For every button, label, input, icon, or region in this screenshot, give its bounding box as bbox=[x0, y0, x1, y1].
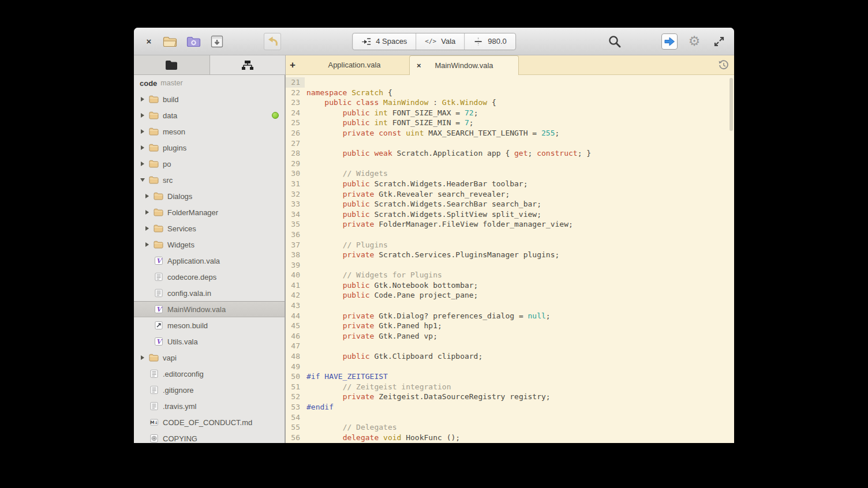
window-close-button[interactable]: × bbox=[142, 35, 156, 48]
code-line-45: 45 private Gtk.Paned hp1; bbox=[286, 321, 734, 331]
line-content[interactable]: private FolderManager.FileView folder_ma… bbox=[305, 219, 573, 230]
chevron-right-icon[interactable] bbox=[145, 194, 149, 198]
line-content[interactable]: private Scratch.Services.PluginsManager … bbox=[305, 250, 559, 260]
save-as-button[interactable] bbox=[209, 33, 225, 50]
line-content[interactable]: delegate void HookFunc (); bbox=[305, 433, 460, 443]
line-number: 53 bbox=[286, 402, 305, 412]
line-content[interactable]: public Scratch.Widgets.HeaderBar toolbar… bbox=[305, 179, 528, 189]
line-content[interactable] bbox=[305, 159, 306, 169]
line-content[interactable]: private Gtk.Paned hp1; bbox=[305, 321, 442, 331]
tree-item-build[interactable]: build bbox=[134, 91, 285, 107]
line-content[interactable]: public Scratch.Widgets.SearchBar search_… bbox=[305, 199, 541, 209]
chevron-right-icon[interactable] bbox=[141, 145, 144, 150]
line-content[interactable]: private Gtk.Revealer search_revealer; bbox=[305, 189, 510, 200]
line-content[interactable]: #endif bbox=[305, 402, 334, 412]
line-content[interactable]: public Code.Pane project_pane; bbox=[305, 290, 478, 301]
tree-item-meson[interactable]: meson bbox=[134, 123, 285, 140]
code-editor[interactable]: 202122namespace Scratch {23 public class… bbox=[286, 75, 734, 443]
line-content[interactable] bbox=[305, 77, 306, 88]
line-content[interactable]: // Widgets bbox=[305, 168, 388, 179]
chevron-right-icon[interactable] bbox=[141, 129, 144, 134]
line-content[interactable] bbox=[305, 230, 306, 240]
code-line-27: 27 bbox=[286, 138, 734, 149]
tree-item--gitignore[interactable]: .gitignore bbox=[134, 382, 285, 398]
line-content[interactable] bbox=[305, 138, 306, 149]
line-content[interactable] bbox=[305, 341, 306, 351]
tree-item--travis-yml[interactable]: .travis.yml bbox=[134, 398, 285, 414]
open-in-button[interactable] bbox=[661, 33, 678, 50]
main-area: code master builddatamesonpluginsposrcDi… bbox=[134, 75, 734, 443]
chevron-down-icon[interactable] bbox=[140, 178, 145, 182]
search-button[interactable] bbox=[607, 33, 623, 50]
tree-item--editorconfig[interactable]: .editorconfig bbox=[134, 366, 285, 382]
tree-item-dialogs[interactable]: Dialogs bbox=[134, 188, 285, 204]
chevron-right-icon[interactable] bbox=[141, 355, 144, 360]
line-content[interactable]: public class MainWindow : Gtk.Window { bbox=[305, 97, 496, 108]
tree-item-application-vala[interactable]: VApplication.vala bbox=[134, 253, 285, 269]
indent-width-button[interactable]: 4 Spaces bbox=[353, 33, 416, 50]
line-content[interactable]: private Zeitgeist.DataSourceRegistry reg… bbox=[305, 392, 551, 402]
line-width-button[interactable]: 980.0 bbox=[465, 33, 515, 50]
open-folder-button[interactable] bbox=[162, 33, 178, 50]
line-content[interactable]: // Zeitgeist integration bbox=[305, 382, 451, 392]
chevron-right-icon[interactable] bbox=[141, 162, 144, 166]
line-content[interactable]: public int FONT_SIZE_MIN = 7; bbox=[305, 118, 474, 128]
fullscreen-button[interactable] bbox=[711, 33, 727, 50]
line-content[interactable]: // Delegates bbox=[305, 422, 397, 433]
tab-application-vala[interactable]: Application.vala bbox=[300, 55, 409, 74]
tree-item-widgets[interactable]: Widgets bbox=[134, 237, 285, 253]
tree-item-vapi[interactable]: vapi bbox=[134, 350, 285, 366]
chevron-right-icon[interactable] bbox=[145, 210, 149, 215]
tree-item-services[interactable]: Services bbox=[134, 220, 285, 237]
new-tab-button[interactable]: + bbox=[286, 55, 300, 74]
tree-item-config-vala-in[interactable]: config.vala.in bbox=[134, 285, 285, 301]
tab-mainwindow-vala[interactable]: ×MainWindow.vala bbox=[409, 55, 519, 75]
line-content[interactable]: private Gtk.Paned vp; bbox=[305, 331, 437, 341]
line-content[interactable]: // Plugins bbox=[305, 240, 388, 250]
tree-item-plugins[interactable]: plugins bbox=[134, 140, 285, 156]
panel-tab-outline[interactable] bbox=[210, 55, 286, 74]
tree-item-mainwindow-vala[interactable]: VMainWindow.vala bbox=[134, 301, 285, 317]
tree-item-utils-vala[interactable]: VUtils.vala bbox=[134, 333, 285, 350]
editor-status-segments: 4 Spaces </> Vala 980.0 bbox=[352, 33, 516, 50]
tree-item-copying[interactable]: COPYING bbox=[134, 430, 285, 443]
chevron-right-icon[interactable] bbox=[145, 226, 149, 231]
line-content[interactable] bbox=[305, 412, 306, 423]
project-name: code bbox=[140, 79, 157, 88]
code-line-55: 55 // Delegates bbox=[286, 422, 734, 433]
line-content[interactable] bbox=[305, 260, 306, 271]
project-header[interactable]: code master bbox=[134, 75, 285, 91]
line-content[interactable]: // Widgets for Plugins bbox=[305, 270, 442, 280]
tree-item-src[interactable]: src bbox=[134, 172, 285, 188]
chevron-right-icon[interactable] bbox=[141, 97, 144, 102]
line-content[interactable]: public Gtk.Notebook bottombar; bbox=[305, 280, 478, 291]
history-button[interactable] bbox=[718, 59, 729, 71]
panel-tab-files[interactable] bbox=[134, 55, 210, 74]
tree-item-code-of-conduct-md[interactable]: M↓CODE_OF_CONDUCT.md bbox=[134, 414, 285, 430]
line-content[interactable]: #if HAVE_ZEITGEIST bbox=[305, 371, 388, 382]
undo-button[interactable] bbox=[264, 33, 281, 50]
line-content[interactable]: namespace Scratch { bbox=[305, 88, 392, 98]
line-content[interactable]: public int FONT_SIZE_MAX = 72; bbox=[305, 108, 478, 118]
templates-folder-button[interactable] bbox=[185, 33, 201, 50]
line-content[interactable]: public Gtk.Clipboard clipboard; bbox=[305, 351, 482, 362]
tree-item-meson-build[interactable]: meson.build bbox=[134, 317, 285, 333]
line-content[interactable] bbox=[305, 301, 306, 311]
tree-item-foldermanager[interactable]: FolderManager bbox=[134, 204, 285, 220]
chevron-right-icon[interactable] bbox=[141, 113, 144, 118]
line-content[interactable] bbox=[305, 362, 306, 372]
tree-item-label: Widgets bbox=[167, 241, 194, 249]
editor-scrollbar[interactable] bbox=[729, 78, 733, 131]
tree-item-data[interactable]: data bbox=[134, 107, 285, 123]
line-content[interactable]: public Scratch.Widgets.SplitView split_v… bbox=[305, 209, 541, 220]
line-content[interactable]: private const uint MAX_SEARCH_TEXT_LENGT… bbox=[305, 128, 559, 138]
tree-item-po[interactable]: po bbox=[134, 156, 285, 172]
chevron-right-icon[interactable] bbox=[145, 242, 149, 247]
line-content[interactable]: public weak Scratch.Application app { ge… bbox=[305, 148, 591, 159]
line-content[interactable]: private Gtk.Dialog? preferences_dialog =… bbox=[305, 311, 551, 321]
tab-close-button[interactable]: × bbox=[417, 61, 421, 70]
language-button[interactable]: </> Vala bbox=[416, 33, 465, 50]
line-number: 24 bbox=[286, 108, 305, 118]
tree-item-codecore-deps[interactable]: codecore.deps bbox=[134, 269, 285, 285]
settings-button[interactable]: ⚙ bbox=[686, 33, 702, 50]
